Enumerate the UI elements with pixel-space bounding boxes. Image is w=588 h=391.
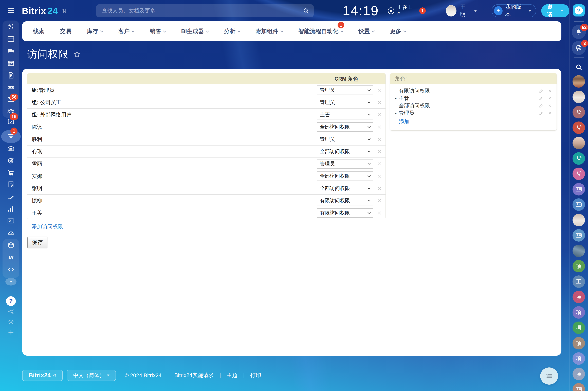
- remove-row-button[interactable]: [377, 112, 382, 117]
- sidebar-add-button[interactable]: [0, 326, 22, 338]
- crm-role-select[interactable]: 管理员: [317, 86, 373, 95]
- group-chat-avatar[interactable]: 工: [573, 275, 585, 288]
- remove-row-button[interactable]: [377, 174, 382, 179]
- recent-chat-avatar[interactable]: [573, 91, 585, 103]
- sidebar-item-market[interactable]: [0, 252, 22, 264]
- footer-link-implementation[interactable]: Bitrix24实施请求: [174, 372, 214, 379]
- group-chat-avatar[interactable]: 项: [573, 260, 585, 272]
- hamburger-menu-button[interactable]: [0, 4, 22, 17]
- crm-role-select[interactable]: 全部访问权限: [317, 184, 373, 193]
- delete-role-icon[interactable]: [548, 96, 552, 100]
- invite-button[interactable]: 邀请: [541, 4, 569, 17]
- clock-time[interactable]: 14:19: [343, 3, 379, 18]
- language-selector[interactable]: 中文（简体）: [67, 370, 116, 381]
- sidebar-item-ai[interactable]: [0, 227, 22, 239]
- delete-role-icon[interactable]: [548, 89, 552, 93]
- sidebar-item-messenger[interactable]: [0, 45, 22, 58]
- sidebar-item-workspace[interactable]: [0, 33, 22, 45]
- rail-search-button[interactable]: [573, 61, 585, 73]
- recent-contact-card[interactable]: [573, 198, 585, 211]
- search-input[interactable]: [96, 4, 314, 17]
- crm-role-select[interactable]: 全部访问权限: [317, 122, 373, 132]
- delete-role-icon[interactable]: [548, 104, 552, 108]
- messenger-button[interactable]: 3: [572, 41, 586, 55]
- remove-row-button[interactable]: [377, 186, 382, 191]
- sidebar-item-feed[interactable]: [0, 21, 22, 33]
- recent-contact-card[interactable]: [573, 229, 585, 242]
- my-plan-button[interactable]: 我的版本: [492, 4, 536, 17]
- logo-settings-button[interactable]: [61, 7, 68, 14]
- crm-role-select[interactable]: 全部访问权限: [317, 172, 373, 181]
- sidebar-item-developer[interactable]: [0, 264, 22, 276]
- recent-call-phone[interactable]: [573, 168, 585, 180]
- sidebar-item-esignature[interactable]: [0, 190, 22, 203]
- recent-chat-avatar[interactable]: [573, 137, 585, 149]
- recent-call-phone[interactable]: [573, 106, 585, 118]
- remove-row-button[interactable]: [377, 125, 382, 129]
- recent-contact-card[interactable]: [573, 183, 585, 196]
- crm-role-select[interactable]: 管理员: [317, 159, 373, 169]
- edit-pencil-icon[interactable]: [539, 111, 543, 115]
- sidebar-item-devops[interactable]: [0, 239, 22, 252]
- save-button[interactable]: 保存: [27, 237, 47, 248]
- remove-row-button[interactable]: [377, 149, 382, 154]
- remove-row-button[interactable]: [377, 211, 382, 215]
- nav-item-clients[interactable]: 客户: [118, 27, 134, 35]
- nav-item-more[interactable]: 更多: [390, 27, 406, 35]
- remove-row-button[interactable]: [377, 88, 382, 93]
- sidebar-item-calendar[interactable]: [0, 57, 22, 70]
- favorite-star-icon[interactable]: [73, 50, 81, 58]
- crm-role-select[interactable]: 主管: [317, 110, 373, 119]
- nav-item-leads[interactable]: 线索: [33, 27, 44, 35]
- group-chat-avatar[interactable]: 项: [573, 291, 585, 303]
- recent-call-phone[interactable]: [573, 121, 585, 134]
- nav-item-inventory[interactable]: 库存: [87, 27, 103, 35]
- group-chat-avatar[interactable]: 项: [573, 368, 585, 380]
- footer-link-print[interactable]: 打印: [250, 372, 261, 379]
- remove-row-button[interactable]: [377, 137, 382, 142]
- add-permission-link[interactable]: 添加访问权限: [32, 223, 63, 230]
- group-chat-avatar[interactable]: 项: [573, 352, 585, 365]
- crm-role-select[interactable]: 有限访问权限: [317, 208, 373, 218]
- sidebar-item-docs[interactable]: [0, 69, 22, 82]
- notifications-button[interactable]: 52: [572, 25, 586, 39]
- recent-chat-avatar[interactable]: [573, 75, 585, 88]
- sidebar-item-sign-doc[interactable]: [0, 178, 22, 191]
- group-chat-avatar[interactable]: 项: [573, 337, 585, 349]
- nav-item-settings[interactable]: 设置: [358, 27, 374, 35]
- remove-row-button[interactable]: [377, 162, 382, 166]
- remove-row-button[interactable]: [377, 198, 382, 203]
- footer-brand-button[interactable]: Bitrix24◷: [22, 370, 63, 381]
- nav-item-bi-builder[interactable]: BI生成器: [181, 27, 209, 35]
- group-chat-avatar[interactable]: 项: [573, 306, 585, 319]
- sidebar-item-marketing[interactable]: [0, 154, 22, 167]
- nav-item-addons[interactable]: 附加组件: [255, 27, 283, 35]
- nav-item-analytics[interactable]: 分析: [224, 27, 240, 35]
- sidebar-item-drive[interactable]: [0, 81, 22, 94]
- crm-role-select[interactable]: 全部访问权限: [317, 147, 373, 156]
- crm-role-select[interactable]: 管理员: [317, 98, 373, 107]
- nav-item-automation[interactable]: 智能流程自动化1: [298, 27, 343, 35]
- edit-pencil-icon[interactable]: [539, 89, 543, 93]
- search-icon[interactable]: [302, 7, 310, 14]
- recent-call-phone[interactable]: [573, 152, 585, 165]
- add-role-link[interactable]: 添加: [399, 118, 409, 125]
- nav-item-sales[interactable]: 销售: [150, 27, 166, 35]
- remove-row-button[interactable]: [377, 100, 382, 105]
- footer-link-theme[interactable]: 主题: [227, 372, 238, 379]
- user-menu[interactable]: 王明: [446, 3, 477, 18]
- crm-role-select[interactable]: 有限访问权限: [317, 196, 373, 205]
- crm-role-select[interactable]: 管理员: [317, 135, 373, 144]
- recent-chat-avatar[interactable]: [573, 214, 585, 226]
- sidebar-item-analytics[interactable]: [0, 203, 22, 215]
- help-button[interactable]: ?: [573, 4, 585, 16]
- sidebar-item-warehouse[interactable]: [0, 142, 22, 155]
- quick-menu-fab[interactable]: [540, 368, 558, 385]
- sidebar-item-contact-center[interactable]: [0, 215, 22, 227]
- recent-chat-avatar[interactable]: [573, 245, 585, 257]
- delete-role-icon[interactable]: [548, 111, 552, 115]
- nav-item-deals[interactable]: 交易: [60, 27, 71, 35]
- work-status[interactable]: 正在工作 1: [388, 4, 426, 18]
- sidebar-collapse-button[interactable]: [0, 275, 22, 288]
- group-chat-avatar[interactable]: 项: [573, 321, 585, 334]
